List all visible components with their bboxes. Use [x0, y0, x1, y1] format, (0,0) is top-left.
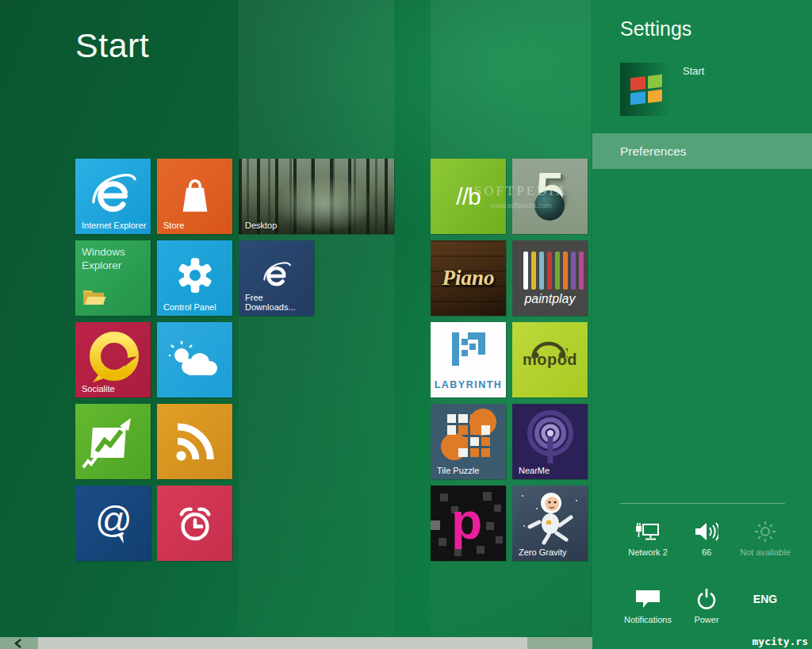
brightness-icon	[754, 519, 776, 544]
settings-start-label: Start	[683, 65, 704, 116]
settings-charm-panel: Settings Start Preferences	[592, 0, 812, 649]
tile-b-board[interactable]: //b	[431, 159, 506, 234]
p-logo: p	[451, 486, 482, 559]
network-label: Network 2	[628, 547, 668, 557]
scroll-left-button[interactable]	[0, 637, 36, 649]
tile-label: Socialite	[82, 384, 115, 394]
site-watermark: mycity.rs	[753, 636, 808, 647]
start-screen: Start Internet Explorer Store Desktop	[0, 0, 812, 649]
tile-label: Windows Explorer	[82, 246, 137, 273]
tile-weather[interactable]	[157, 322, 232, 397]
tile-labyrinth[interactable]: LABYRINTH	[431, 322, 506, 397]
tile-label: Desktop	[245, 221, 277, 230]
tile-tile-puzzle[interactable]: Tile Puzzle	[431, 404, 506, 479]
tile-paintplay[interactable]: paintplay	[512, 240, 588, 316]
settings-panel-title: Settings	[620, 17, 691, 40]
brightness-setting[interactable]: Not available	[736, 514, 795, 582]
tile-label: NearMe	[519, 466, 550, 475]
tile-desktop[interactable]: Desktop	[239, 159, 394, 234]
at-bubble-icon: @	[75, 486, 151, 561]
tile-zero-gravity[interactable]: Zero Gravity	[512, 486, 588, 561]
tile-control-panel[interactable]: Control Panel	[157, 240, 232, 316]
tile-store[interactable]: Store	[157, 159, 232, 234]
volume-label: 66	[702, 547, 711, 557]
paint-stripes-icon	[523, 252, 584, 290]
alarm-clock-icon	[157, 486, 232, 561]
tile-mopod[interactable]: mopod	[512, 322, 588, 397]
page-title: Start	[75, 26, 149, 65]
paintplay-logo: paintplay	[512, 292, 588, 306]
tile-five[interactable]: 5	[512, 159, 588, 234]
chevron-left-icon	[14, 639, 22, 648]
tile-free-downloads[interactable]: Free Downloads...	[239, 240, 314, 316]
horizontal-scrollbar[interactable]	[0, 637, 592, 649]
tile-piano[interactable]: Piano	[431, 240, 506, 316]
background-glow	[239, 0, 394, 637]
tile-alarm[interactable]	[157, 486, 232, 561]
folder-icon	[82, 286, 107, 309]
tile-label: Zero Gravity	[519, 547, 567, 557]
brightness-label: Not available	[740, 547, 791, 557]
preferences-menu-item[interactable]: Preferences	[592, 133, 812, 169]
notifications-bubble-icon	[635, 586, 661, 612]
tile-label: Control Panel	[163, 302, 216, 312]
settings-start-item[interactable]: Start	[620, 63, 704, 116]
five-sphere-icon	[534, 190, 565, 221]
mopod-logo: mopod	[512, 322, 588, 397]
svg-text:@: @	[95, 499, 132, 540]
network-icon	[635, 519, 661, 544]
power-icon	[696, 586, 717, 612]
tile-nearme[interactable]: NearMe	[512, 404, 588, 479]
b-board-logo: //b	[431, 159, 506, 234]
tile-label: Internet Explorer	[82, 221, 146, 230]
scrollbar-thumb[interactable]	[38, 637, 527, 649]
tile-internet-explorer[interactable]: Internet Explorer	[75, 159, 151, 234]
windows-logo-tile	[620, 63, 672, 116]
speaker-icon	[695, 519, 718, 544]
notifications-label: Notifications	[624, 615, 672, 624]
tile-label: Free Downloads...	[245, 293, 314, 312]
language-label: ENG	[753, 593, 777, 605]
piano-logo: Piano	[431, 240, 506, 316]
rss-icon	[157, 404, 232, 479]
stock-chart-icon	[75, 404, 151, 479]
tile-p-app[interactable]: p	[431, 486, 506, 561]
tile-windows-explorer[interactable]: Windows Explorer	[75, 240, 151, 316]
labyrinth-maze-icon	[450, 332, 487, 369]
tile-socialite[interactable]: Socialite	[75, 322, 151, 397]
windows-logo-icon	[630, 74, 662, 105]
power-label: Power	[694, 615, 718, 624]
preferences-label: Preferences	[620, 144, 687, 159]
tile-label: Store	[163, 221, 184, 230]
tile-rss[interactable]	[157, 404, 232, 479]
tile-label: Tile Puzzle	[437, 466, 479, 475]
tile-mail[interactable]: @	[75, 486, 151, 561]
astronaut-icon	[525, 489, 576, 549]
labyrinth-logo: LABYRINTH	[431, 379, 506, 390]
weather-icon	[157, 322, 232, 397]
power-setting[interactable]: Power	[677, 582, 736, 649]
tile-finance[interactable]	[75, 404, 151, 479]
quick-settings-grid: Network 2 66	[619, 514, 795, 649]
volume-setting[interactable]: 66	[677, 514, 736, 582]
puzzle-grid-icon	[447, 414, 490, 457]
network-setting[interactable]: Network 2	[619, 514, 677, 582]
divider	[620, 503, 785, 504]
notifications-setting[interactable]: Notifications	[619, 582, 677, 649]
